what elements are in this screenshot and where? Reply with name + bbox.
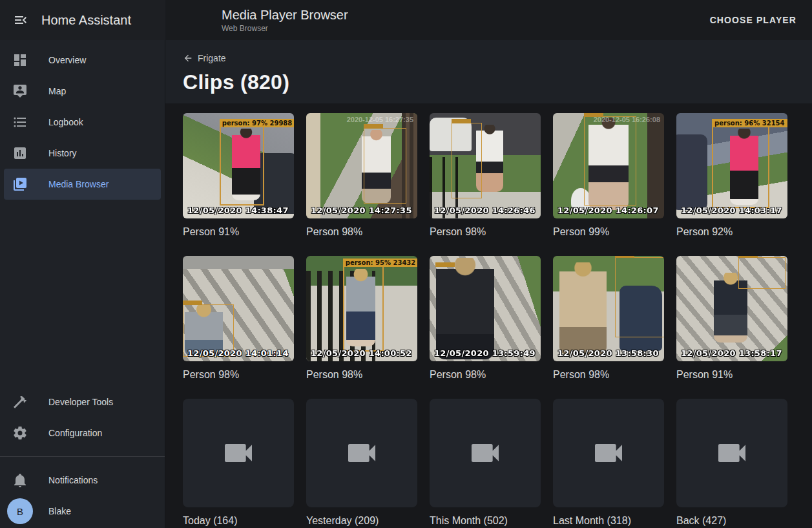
folder-card-today[interactable]: Today (164) [183, 399, 294, 528]
choose-player-button[interactable]: CHOOSE PLAYER [705, 10, 802, 30]
detection-bbox [364, 128, 406, 204]
hammer-icon [12, 394, 28, 410]
sidebar-divider [0, 456, 165, 457]
clip-caption: Person 98% [183, 367, 294, 383]
clip-thumbnail[interactable]: 2020-12-05 16:26:08 12/05/2020 14:26:07 [553, 113, 664, 218]
folder-thumbnail[interactable] [306, 399, 417, 507]
sidebar-item-logbook[interactable]: Logbook [4, 107, 161, 138]
clip-card[interactable]: person: 96% 32154 12/05/2020 14:03:17 Pe… [676, 113, 787, 240]
content-title: Clips (820) [183, 70, 812, 94]
page-subtitle: Web Browser [222, 24, 348, 33]
clip-thumbnail[interactable]: 12/05/2020 13:58:17 [676, 256, 787, 361]
folder-caption: Back (427) [676, 513, 787, 528]
video-icon [590, 435, 627, 471]
clip-card[interactable]: person: 95% 23432 12/05/2020 14:00:52 Pe… [306, 256, 417, 383]
folder-caption: Last Month (318) [553, 513, 664, 528]
clip-thumbnail[interactable]: person: 95% 23432 12/05/2020 14:00:52 [306, 256, 417, 361]
detection-label: person: 97% 29988 [220, 119, 294, 127]
clip-caption: Person 92% [676, 224, 787, 240]
clip-caption: Person 98% [306, 224, 417, 240]
tooltip-account-icon [12, 83, 28, 99]
breadcrumb[interactable]: Frigate [183, 53, 226, 63]
folder-card-last-month[interactable]: Last Month (318) [553, 399, 664, 528]
folder-thumbnail[interactable] [183, 399, 294, 507]
gear-icon [12, 425, 28, 441]
detection-bbox: person: 95% 23432 [343, 266, 384, 352]
clip-thumbnail[interactable]: person: 97% 29988 12/05/2020 14:38:47 [183, 113, 294, 218]
clip-thumbnail[interactable]: 2020-12-05 16:27:35 12/05/2020 14:27:35 [306, 113, 417, 218]
detection-bbox: person: 97% 29988 [220, 126, 264, 206]
clips-grid: person: 97% 29988 12/05/2020 14:38:47 Pe… [165, 103, 812, 528]
camera-timestamp: 2020-12-05 16:27:35 [347, 116, 413, 123]
osd-timestamp: 12/05/2020 14:38:47 [187, 206, 289, 215]
clip-card[interactable]: 2020-12-05 16:27:35 12/05/2020 14:27:35 … [306, 113, 417, 240]
clip-card[interactable]: 12/05/2020 14:26:46 Person 98% [430, 113, 541, 240]
page-title-block: Media Player Browser Web Browser [222, 7, 348, 33]
osd-timestamp: 12/05/2020 14:03:17 [681, 206, 782, 215]
clip-thumbnail[interactable]: 12/05/2020 13:58:30 [553, 256, 664, 361]
osd-timestamp: 12/05/2020 13:58:17 [681, 348, 782, 358]
detection-label: person: 96% 32154 [712, 119, 787, 127]
clip-caption: Person 98% [306, 367, 417, 383]
detection-bbox [452, 123, 481, 198]
media-browser-panel: Frigate Clips (820) person: 97% 29988 12… [165, 40, 812, 528]
folder-card-back[interactable]: Back (427) [676, 399, 787, 528]
folder-card-yesterday[interactable]: Yesterday (209) [306, 399, 417, 528]
detection-bbox [615, 257, 664, 337]
video-icon [220, 435, 256, 471]
clip-card[interactable]: 12/05/2020 13:58:17 Person 91% [676, 256, 787, 383]
clip-card[interactable]: person: 97% 29988 12/05/2020 14:38:47 Pe… [183, 113, 294, 240]
osd-timestamp: 12/05/2020 13:58:30 [557, 348, 659, 358]
video-icon [714, 435, 750, 471]
folder-thumbnail[interactable] [553, 399, 664, 507]
video-icon [467, 435, 503, 471]
view-dashboard-icon [12, 52, 28, 68]
video-icon [344, 435, 380, 471]
sidebar-item-media-browser[interactable]: Media Browser [4, 169, 161, 200]
osd-timestamp: 12/05/2020 14:26:46 [434, 206, 536, 215]
play-box-multiple-icon [12, 176, 28, 192]
sidebar-item-profile[interactable]: B Blake [4, 496, 161, 527]
folder-card-this-month[interactable]: This Month (502) [430, 399, 541, 528]
sidebar-item-label: Media Browser [48, 179, 109, 189]
bell-icon [12, 472, 28, 488]
clip-caption: Person 99% [553, 224, 664, 240]
folder-caption: Today (164) [183, 513, 294, 528]
folder-thumbnail[interactable] [676, 399, 787, 507]
clip-thumbnail[interactable]: 12/05/2020 13:59:49 [430, 256, 541, 361]
camera-timestamp: 2020-12-05 16:26:08 [594, 116, 660, 123]
detection-label: person: 95% 23432 [343, 259, 417, 267]
osd-timestamp: 12/05/2020 14:26:07 [557, 206, 659, 215]
sidebar-item-label: Notifications [48, 475, 98, 485]
sidebar-item-label: History [48, 148, 77, 158]
clip-thumbnail[interactable]: 12/05/2020 14:26:46 [430, 113, 541, 218]
sidebar-item-overview[interactable]: Overview [4, 45, 161, 76]
sidebar-item-notifications[interactable]: Notifications [4, 465, 161, 496]
folder-thumbnail[interactable] [430, 399, 541, 507]
clip-thumbnail[interactable]: 12/05/2020 14:01:14 [183, 256, 294, 361]
osd-timestamp: 12/05/2020 14:01:14 [187, 348, 289, 358]
clip-card[interactable]: 2020-12-05 16:26:08 12/05/2020 14:26:07 … [553, 113, 664, 240]
clip-card[interactable]: 12/05/2020 13:59:49 Person 98% [430, 256, 541, 383]
sidebar-item-developer-tools[interactable]: Developer Tools [4, 386, 161, 417]
clip-caption: Person 91% [676, 367, 787, 383]
sidebar-item-history[interactable]: History [4, 138, 161, 169]
clip-card[interactable]: 12/05/2020 14:01:14 Person 98% [183, 256, 294, 383]
osd-timestamp: 12/05/2020 13:59:49 [434, 348, 536, 358]
app-bar-left: Home Assistant [0, 0, 165, 40]
sidebar-item-label: Configuration [48, 428, 102, 438]
sidebar-item-label: Developer Tools [48, 397, 113, 407]
page-title: Media Player Browser [222, 7, 348, 23]
clip-caption: Person 98% [430, 224, 541, 240]
detection-bbox: person: 96% 32154 [712, 126, 769, 208]
clip-thumbnail[interactable]: person: 96% 32154 12/05/2020 14:03:17 [676, 113, 787, 218]
sidebar-nav: Overview Map Logbook History Media Brows… [0, 40, 165, 200]
menu-open-icon[interactable] [13, 12, 28, 28]
sidebar-item-configuration[interactable]: Configuration [4, 417, 161, 449]
sidebar-item-map[interactable]: Map [4, 76, 161, 107]
clip-caption: Person 98% [430, 367, 541, 383]
clip-card[interactable]: 12/05/2020 13:58:30 Person 98% [553, 256, 664, 383]
sidebar-item-label: Logbook [48, 117, 83, 127]
detection-tag [435, 262, 455, 267]
clip-caption: Person 98% [553, 367, 664, 383]
